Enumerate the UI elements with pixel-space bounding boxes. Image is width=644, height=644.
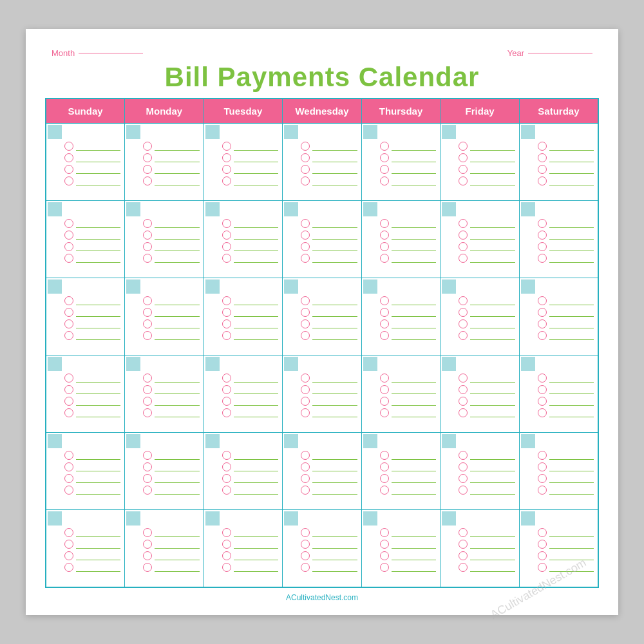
checkbox-circle[interactable] <box>459 486 468 495</box>
checkbox-circle[interactable] <box>143 486 152 495</box>
checkbox-circle[interactable] <box>64 308 73 317</box>
checkbox-circle[interactable] <box>538 319 547 328</box>
checkbox-circle[interactable] <box>301 462 310 471</box>
checkbox-circle[interactable] <box>538 528 547 537</box>
checkbox-circle[interactable] <box>459 551 468 560</box>
checkbox-circle[interactable] <box>222 331 231 340</box>
checkbox-circle[interactable] <box>222 254 231 263</box>
checkbox-circle[interactable] <box>380 540 389 549</box>
checkbox-circle[interactable] <box>459 142 468 151</box>
checkbox-circle[interactable] <box>222 319 231 328</box>
checkbox-circle[interactable] <box>538 308 547 317</box>
checkbox-circle[interactable] <box>222 242 231 251</box>
checkbox-circle[interactable] <box>301 331 310 340</box>
checkbox-circle[interactable] <box>222 486 231 495</box>
checkbox-circle[interactable] <box>143 296 152 305</box>
checkbox-circle[interactable] <box>301 474 310 483</box>
checkbox-circle[interactable] <box>64 486 73 495</box>
checkbox-circle[interactable] <box>143 308 152 317</box>
checkbox-circle[interactable] <box>64 296 73 305</box>
checkbox-circle[interactable] <box>64 331 73 340</box>
checkbox-circle[interactable] <box>380 308 389 317</box>
checkbox-circle[interactable] <box>380 551 389 560</box>
checkbox-circle[interactable] <box>143 474 152 483</box>
checkbox-circle[interactable] <box>64 462 73 471</box>
checkbox-circle[interactable] <box>143 331 152 340</box>
checkbox-circle[interactable] <box>222 165 231 174</box>
checkbox-circle[interactable] <box>64 176 73 185</box>
checkbox-circle[interactable] <box>143 451 152 460</box>
checkbox-circle[interactable] <box>143 153 152 162</box>
checkbox-circle[interactable] <box>143 397 152 406</box>
checkbox-circle[interactable] <box>538 331 547 340</box>
checkbox-circle[interactable] <box>143 462 152 471</box>
checkbox-circle[interactable] <box>301 563 310 572</box>
checkbox-circle[interactable] <box>143 385 152 394</box>
checkbox-circle[interactable] <box>459 385 468 394</box>
checkbox-circle[interactable] <box>380 176 389 185</box>
checkbox-circle[interactable] <box>380 231 389 240</box>
checkbox-circle[interactable] <box>222 153 231 162</box>
checkbox-circle[interactable] <box>64 551 73 560</box>
checkbox-circle[interactable] <box>380 219 389 228</box>
checkbox-circle[interactable] <box>301 397 310 406</box>
checkbox-circle[interactable] <box>143 242 152 251</box>
checkbox-circle[interactable] <box>538 408 547 417</box>
checkbox-circle[interactable] <box>538 231 547 240</box>
checkbox-circle[interactable] <box>301 408 310 417</box>
checkbox-circle[interactable] <box>222 451 231 460</box>
checkbox-circle[interactable] <box>64 242 73 251</box>
checkbox-circle[interactable] <box>64 231 73 240</box>
checkbox-circle[interactable] <box>459 331 468 340</box>
checkbox-circle[interactable] <box>538 540 547 549</box>
checkbox-circle[interactable] <box>459 153 468 162</box>
checkbox-circle[interactable] <box>538 176 547 185</box>
checkbox-circle[interactable] <box>143 374 152 383</box>
checkbox-circle[interactable] <box>538 142 547 151</box>
checkbox-circle[interactable] <box>301 296 310 305</box>
checkbox-circle[interactable] <box>380 528 389 537</box>
checkbox-circle[interactable] <box>143 231 152 240</box>
checkbox-circle[interactable] <box>380 242 389 251</box>
checkbox-circle[interactable] <box>301 540 310 549</box>
checkbox-circle[interactable] <box>64 165 73 174</box>
checkbox-circle[interactable] <box>538 563 547 572</box>
checkbox-circle[interactable] <box>538 242 547 251</box>
checkbox-circle[interactable] <box>380 451 389 460</box>
checkbox-circle[interactable] <box>301 231 310 240</box>
checkbox-circle[interactable] <box>64 451 73 460</box>
checkbox-circle[interactable] <box>64 397 73 406</box>
checkbox-circle[interactable] <box>222 528 231 537</box>
checkbox-circle[interactable] <box>301 374 310 383</box>
checkbox-circle[interactable] <box>64 408 73 417</box>
checkbox-circle[interactable] <box>538 374 547 383</box>
checkbox-circle[interactable] <box>222 385 231 394</box>
checkbox-circle[interactable] <box>222 563 231 572</box>
checkbox-circle[interactable] <box>301 528 310 537</box>
checkbox-circle[interactable] <box>301 385 310 394</box>
checkbox-circle[interactable] <box>459 451 468 460</box>
checkbox-circle[interactable] <box>538 254 547 263</box>
checkbox-circle[interactable] <box>459 254 468 263</box>
checkbox-circle[interactable] <box>64 254 73 263</box>
checkbox-circle[interactable] <box>538 296 547 305</box>
checkbox-circle[interactable] <box>301 176 310 185</box>
checkbox-circle[interactable] <box>222 219 231 228</box>
checkbox-circle[interactable] <box>380 319 389 328</box>
checkbox-circle[interactable] <box>380 153 389 162</box>
checkbox-circle[interactable] <box>380 374 389 383</box>
checkbox-circle[interactable] <box>538 153 547 162</box>
checkbox-circle[interactable] <box>143 254 152 263</box>
checkbox-circle[interactable] <box>143 219 152 228</box>
checkbox-circle[interactable] <box>538 486 547 495</box>
checkbox-circle[interactable] <box>459 176 468 185</box>
checkbox-circle[interactable] <box>380 165 389 174</box>
checkbox-circle[interactable] <box>459 563 468 572</box>
checkbox-circle[interactable] <box>222 408 231 417</box>
checkbox-circle[interactable] <box>64 540 73 549</box>
checkbox-circle[interactable] <box>459 296 468 305</box>
checkbox-circle[interactable] <box>222 462 231 471</box>
checkbox-circle[interactable] <box>143 176 152 185</box>
checkbox-circle[interactable] <box>222 308 231 317</box>
checkbox-circle[interactable] <box>64 563 73 572</box>
